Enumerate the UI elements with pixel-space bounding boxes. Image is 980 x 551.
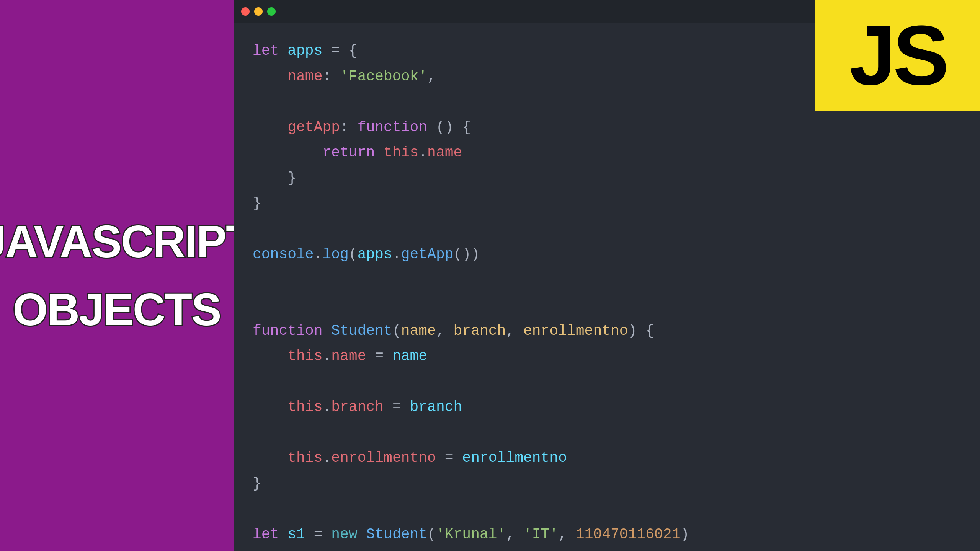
code-line-l8 (253, 217, 961, 242)
code-line-l14 (253, 369, 961, 395)
code-line-l21: console.log(s1.name, s1.branch, s1.enrol… (253, 547, 961, 551)
title-objects: OBJECTS (13, 287, 220, 332)
title-javascript: JAVASCRIPT (0, 219, 253, 264)
right-panel: JS let apps = { name: 'Facebook', getApp… (234, 0, 980, 551)
dot-yellow[interactable] (254, 7, 263, 16)
code-line-l18: } (253, 471, 961, 497)
left-panel: JAVASCRIPT OBJECTS (0, 0, 234, 551)
code-line-l15: this.branch = branch (253, 395, 961, 420)
code-line-l13: this.name = name (253, 344, 961, 369)
code-line-l16 (253, 420, 961, 446)
code-line-l9: console.log(apps.getApp()) (253, 242, 961, 267)
js-badge: JS (815, 0, 980, 111)
code-line-l11 (253, 293, 961, 318)
code-line-l5: return this.name (253, 140, 961, 166)
code-line-l19 (253, 496, 961, 522)
js-badge-text: JS (849, 13, 946, 98)
dot-green[interactable] (267, 7, 276, 16)
code-line-l4: getApp: function () { (253, 115, 961, 140)
code-line-l12: function Student(name, branch, enrollmen… (253, 318, 961, 344)
code-line-l17: this.enrollmentno = enrollmentno (253, 445, 961, 471)
code-line-l20: let s1 = new Student('Krunal', 'IT', 110… (253, 522, 961, 548)
code-line-l6: } (253, 166, 961, 191)
code-line-l7: } (253, 191, 961, 217)
code-line-l10 (253, 267, 961, 293)
dot-red[interactable] (241, 7, 250, 16)
